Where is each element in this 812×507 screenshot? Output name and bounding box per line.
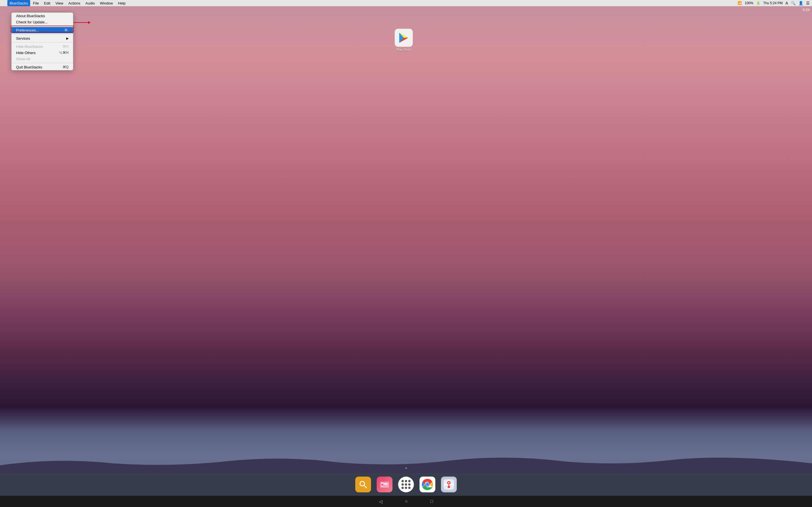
- edit-menu-label: Edit: [44, 1, 50, 5]
- menu-item-hide-bluestacks: Hide BlueStacks ⌘H: [11, 43, 73, 50]
- menu-services-label: Services: [16, 36, 30, 41]
- bluestacks-menu-button[interactable]: BlueStacks: [7, 0, 30, 6]
- menu-separator-4: [11, 63, 73, 63]
- menu-quit-shortcut: ⌘Q: [63, 65, 68, 69]
- menu-item-quit[interactable]: Quit BlueStacks ⌘Q: [11, 64, 73, 70]
- file-menu-button[interactable]: File: [31, 0, 41, 6]
- menu-check-update-label: Check for Update...: [16, 20, 48, 24]
- window-menu-label: Window: [100, 1, 113, 5]
- menu-hide-others-shortcut: ⌥⌘H: [59, 51, 68, 55]
- menu-item-services[interactable]: Services ▶: [11, 35, 73, 41]
- actions-menu-button[interactable]: Actions: [66, 0, 83, 6]
- menu-separator-3: [11, 42, 73, 43]
- apple-menu-button[interactable]: [2, 0, 7, 6]
- view-menu-button[interactable]: View: [53, 0, 65, 6]
- audio-menu-button[interactable]: Audio: [83, 0, 97, 6]
- actions-menu-label: Actions: [68, 1, 80, 5]
- bluestacks-window: 5:24 Play Store ⌃: [0, 6, 406, 253]
- menu-preferences-label: Preferences...: [16, 28, 39, 33]
- view-menu-label: View: [55, 1, 63, 5]
- menu-about-label: About BlueStacks: [16, 14, 45, 18]
- play-store-label: Play Store: [397, 48, 406, 51]
- menu-services-arrow-icon: ▶: [66, 37, 68, 40]
- play-store-logo: [397, 31, 406, 45]
- file-menu-label: File: [33, 1, 39, 5]
- audio-menu-label: Audio: [86, 1, 95, 5]
- menu-separator-1: [11, 26, 73, 26]
- menu-hide-others-label: Hide Others: [16, 51, 36, 55]
- menu-item-check-update[interactable]: Check for Update...: [11, 19, 73, 25]
- help-menu-label: Help: [118, 1, 126, 5]
- menu-show-all-label: Show All: [16, 57, 30, 61]
- window-menu-button[interactable]: Window: [98, 0, 115, 6]
- mac-menubar: BlueStacks File Edit View Actions Audio …: [0, 0, 406, 6]
- edit-menu-button[interactable]: Edit: [42, 0, 52, 6]
- menu-quit-label: Quit BlueStacks: [16, 65, 42, 69]
- menu-preferences-shortcut: ⌘,: [64, 28, 68, 32]
- bluestacks-menu-label: BlueStacks: [10, 1, 28, 5]
- menu-hide-bluestacks-label: Hide BlueStacks: [16, 45, 43, 49]
- play-store-desktop-icon[interactable]: Play Store: [395, 29, 406, 51]
- menubar-left: BlueStacks File Edit View Actions Audio …: [2, 0, 128, 6]
- menu-hide-bluestacks-shortcut: ⌘H: [63, 45, 68, 48]
- menu-item-hide-others[interactable]: Hide Others ⌥⌘H: [11, 50, 73, 56]
- menu-item-show-all: Show All: [11, 56, 73, 62]
- menu-item-about[interactable]: About BlueStacks: [11, 13, 73, 19]
- menu-item-preferences[interactable]: Preferences... ⌘,: [11, 27, 73, 33]
- play-store-icon-box: [395, 29, 406, 47]
- help-menu-button[interactable]: Help: [116, 0, 128, 6]
- bluestacks-dropdown-menu: About BlueStacks Check for Update... Pre…: [11, 12, 73, 70]
